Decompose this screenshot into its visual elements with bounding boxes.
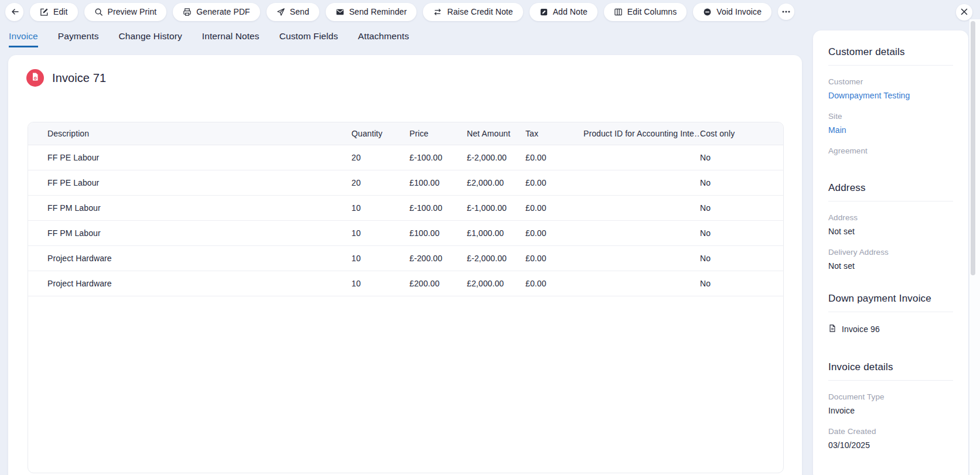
toolbar-button-label: Edit Columns [627,7,677,16]
edit-button[interactable]: Edit [30,3,78,21]
address-label: Address [828,213,953,222]
cell-cost-only: No [700,153,783,162]
preview-print-button[interactable]: Preview Print [84,3,167,21]
table-body: FF PE Labour 20 £-100.00 £-2,000.00 £0.0… [28,145,783,296]
scrollbar-thumb[interactable] [971,21,975,275]
cell-tax: £0.00 [525,178,583,187]
agreement-label: Agreement [828,146,953,155]
cell-price: £-100.00 [409,153,467,162]
cell-cost-only: No [700,178,783,187]
close-panel-button[interactable] [956,4,972,20]
scrollbar-track[interactable] [969,19,980,475]
document-type-value: Invoice [828,406,953,415]
cell-net-amount: £-2,000.00 [467,153,525,162]
close-icon [961,7,968,18]
column-header-tax: Tax [525,129,583,138]
envelope-icon [336,8,344,16]
add-note-button[interactable]: Add Note [530,3,597,21]
table-row[interactable]: FF PM Labour 10 £100.00 £1,000.00 £0.00 … [28,221,783,246]
cell-price: £100.00 [409,228,467,238]
divider [828,312,953,312]
toolbar-button-label: Void Invoice [716,7,762,16]
cell-net-amount: £2,000.00 [467,279,525,288]
void-invoice-button[interactable]: Void Invoice [693,3,771,21]
void-icon [703,8,712,16]
site-link[interactable]: Main [828,125,953,135]
cell-description: Project Hardware [47,254,351,263]
downpayment-invoice-link[interactable]: Invoice 96 [828,324,953,334]
cell-cost-only: No [700,228,783,238]
columns-icon [614,8,623,16]
file-icon [828,324,836,334]
cell-quantity: 20 [351,178,409,187]
invoice-card: $ Invoice 71 Description Quantity Price … [8,55,802,475]
cell-quantity: 10 [351,203,409,213]
cell-tax: £0.00 [525,254,583,263]
table-row[interactable]: FF PE Labour 20 £-100.00 £-2,000.00 £0.0… [28,145,783,170]
cell-cost-only: No [700,203,783,213]
table-row[interactable]: FF PM Labour 10 £-100.00 £-1,000.00 £0.0… [28,196,783,221]
send-reminder-button[interactable]: Send Reminder [326,3,417,21]
address-heading: Address [828,182,953,194]
cell-tax: £0.00 [525,153,583,162]
toolbar-buttons: Edit Preview Print Generate PDF Send Sen… [30,3,771,21]
cell-net-amount: £1,000.00 [467,228,525,238]
back-button[interactable] [5,3,23,21]
toolbar-button-label: Send Reminder [349,7,407,16]
customer-link[interactable]: Downpayment Testing [828,91,953,100]
ellipsis-icon [782,11,790,13]
column-header-quantity: Quantity [351,129,409,138]
tab-payments[interactable]: Payments [58,31,99,47]
delivery-address-value: Not set [828,261,953,271]
cell-tax: £0.00 [525,228,583,238]
table-row[interactable]: FF PE Labour 20 £100.00 £2,000.00 £0.00 … [28,170,783,196]
invoice-badge: $ [26,69,44,87]
generate-pdf-button[interactable]: Generate PDF [173,3,259,21]
cell-cost-only: No [700,279,783,288]
invoice-details-heading: Invoice details [828,361,953,373]
table-row[interactable]: Project Hardware 10 £-200.00 £-2,000.00 … [28,246,783,271]
tab-invoice[interactable]: Invoice [9,31,38,47]
cell-cost-only: No [700,254,783,263]
swap-arrows-icon [433,8,442,16]
edit-columns-button[interactable]: Edit Columns [604,3,687,21]
tab-attachments[interactable]: Attachments [358,31,409,47]
document-type-label: Document Type [828,392,953,401]
divider [828,65,953,66]
cell-net-amount: £-2,000.00 [467,254,525,263]
toolbar-button-label: Send [290,7,309,16]
cell-description: FF PM Labour [47,228,351,238]
cell-description: FF PM Labour [47,203,351,213]
table-header-row: Description Quantity Price Net Amount Ta… [28,122,783,145]
edit-icon [40,8,49,16]
cell-net-amount: £2,000.00 [467,178,525,187]
cell-net-amount: £-1,000.00 [467,203,525,213]
cell-price: £200.00 [409,279,467,288]
cell-description: Project Hardware [47,279,351,288]
send-button[interactable]: Send [267,3,319,21]
table-row[interactable]: Project Hardware 10 £200.00 £2,000.00 £0… [28,271,783,296]
toolbar-button-label: Add Note [553,7,588,16]
column-header-price: Price [409,129,467,138]
toolbar: Edit Preview Print Generate PDF Send Sen… [5,2,794,21]
tab-bar: InvoicePaymentsChange HistoryInternal No… [9,31,409,47]
line-items-table: Description Quantity Price Net Amount Ta… [28,122,784,473]
date-created-value: 03/10/2025 [828,440,953,450]
more-options-button[interactable] [778,4,794,20]
toolbar-button-label: Generate PDF [196,7,250,16]
details-sidebar: Customer details Customer Downpayment Te… [813,30,968,475]
tab-custom-fields[interactable]: Custom Fields [279,31,338,47]
tab-change-history[interactable]: Change History [119,31,182,47]
cell-tax: £0.00 [525,279,583,288]
site-label: Site [828,112,953,121]
invoice-doc-icon: $ [30,72,40,84]
tab-internal-notes[interactable]: Internal Notes [202,31,259,47]
search-icon [94,8,103,16]
raise-credit-note-button[interactable]: Raise Credit Note [423,3,523,21]
cell-quantity: 10 [351,279,409,288]
cell-price: £-100.00 [409,203,467,213]
cell-price: £-200.00 [409,254,467,263]
toolbar-button-label: Raise Credit Note [447,7,513,16]
address-value: Not set [828,227,953,236]
customer-details-heading: Customer details [828,46,953,58]
